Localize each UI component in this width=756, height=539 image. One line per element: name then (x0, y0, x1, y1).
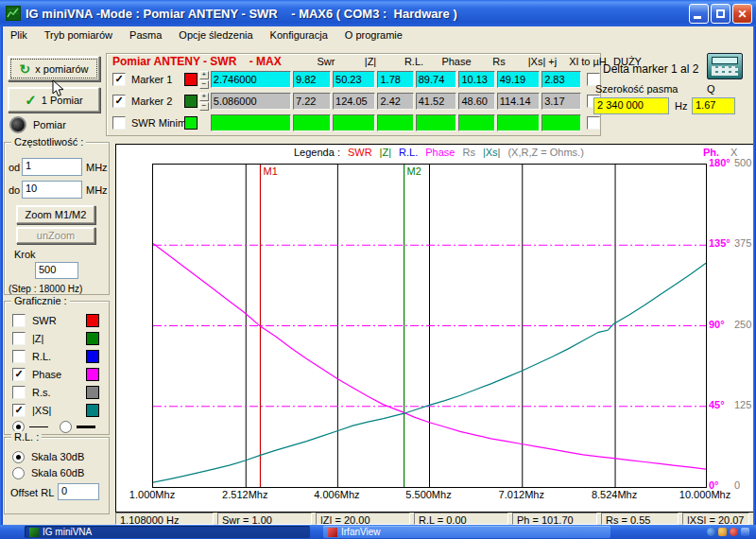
taskbar-button-irfanview[interactable]: IrfanView (323, 526, 610, 538)
single-measure-button[interactable]: ✓ 1 Pomiar (8, 87, 100, 113)
graphics-checkbox-swr[interactable] (12, 314, 26, 327)
x-tick-label: 4.006Mhz (307, 489, 366, 500)
graphics-checkbox-xs[interactable]: ✓ (12, 404, 26, 417)
marker-frequency-field[interactable] (211, 114, 291, 131)
calculator-icon[interactable] (707, 53, 743, 79)
big-display-checkbox[interactable] (587, 116, 600, 130)
x-tick-label: 8.524Mhz (585, 489, 644, 500)
marker-checkbox[interactable]: ✓ (112, 95, 126, 108)
app-window: IG miniVNA -Mode : Pomiar ANTENY - SWR -… (0, 0, 756, 539)
graphics-row-r-s: R.s. (12, 385, 101, 400)
system-tray (703, 526, 753, 538)
step-input[interactable]: 500 (35, 262, 78, 279)
column-header-r-l: R.L. (395, 56, 433, 67)
freq-from-input[interactable]: 1 (22, 158, 82, 176)
menu-pasma[interactable]: Pasma (129, 29, 162, 41)
tray-icon-red[interactable] (730, 528, 738, 536)
status-segment: Swr = 1.00 (217, 513, 312, 525)
legend-item-r-l: R.L. (399, 147, 418, 158)
marker-label: Marker 2 (131, 96, 184, 107)
rl-panel-title: R.L. : (11, 431, 42, 443)
marker-row-swr-minimu: SWR Minimu+− (107, 114, 600, 131)
marker-row-marker-2: ✓Marker 2+−5.0860007.22124.052.4241.5248… (107, 93, 600, 110)
legend-note: (X,R,Z = Ohms.) (507, 147, 583, 158)
marker-value-cell: 2.42 (377, 93, 413, 110)
close-button[interactable]: ✕ (732, 4, 752, 24)
marker-frequency-field[interactable]: 2.746000 (211, 71, 291, 88)
legend-item-rs: Rs (462, 147, 474, 158)
tray-icon-volume[interactable] (741, 528, 749, 536)
status-segment: Ph = 101.70 (512, 513, 597, 525)
scale-30db-radio[interactable] (12, 451, 25, 463)
marker-checkbox[interactable] (112, 116, 126, 130)
marker-value-cell: 2.83 (541, 71, 581, 88)
marker-column-headers: Swr|Z|R.L.PhaseRs|Xs| +jXl to µHDUŻY (304, 56, 644, 67)
unzoom-button[interactable]: unZoom (16, 227, 95, 244)
scale-60db-radio[interactable] (12, 467, 25, 479)
marker-value-cell: 49.19 (497, 71, 540, 88)
graphics-checkbox-r-l[interactable] (12, 350, 26, 363)
taskbar-button-ig-minivna[interactable]: IG miniVNA (25, 526, 310, 538)
marker-value-cell (458, 114, 494, 131)
marker-row-marker-1: ✓Marker 1+−2.7460009.8250.231.7889.7410.… (107, 71, 600, 88)
marker-value-cell: 50.23 (333, 71, 375, 88)
graphics-row-xs: ✓|XS| (12, 403, 101, 418)
x-tick-label: 1.000Mhz (123, 489, 181, 500)
marker-value-cell: 48.60 (458, 93, 494, 110)
taskbar-button-icon (29, 528, 39, 537)
graphics-checkbox-phase[interactable]: ✓ (12, 368, 26, 381)
x-tick-label: 7.012Mhz (492, 489, 551, 500)
menu-opcje-śledzenia[interactable]: Opcje śledzenia (179, 29, 252, 41)
marker-label: SWR Minimu (131, 117, 184, 129)
marker-color-swatch (184, 95, 198, 108)
thick-line-radio[interactable] (60, 421, 72, 433)
menu-o-programie[interactable]: O programie (345, 29, 403, 41)
status-segment: Rs = 0.55 (601, 513, 679, 525)
marker-spinner[interactable]: +− (199, 93, 209, 111)
graphics-color-swatch (86, 332, 99, 345)
graphics-checkbox-z[interactable] (12, 332, 26, 345)
marker-frequency-field[interactable]: 5.086000 (211, 93, 291, 110)
spinner-down-button[interactable]: − (199, 102, 209, 111)
bandwidth-value: 2 340 000 (593, 97, 669, 114)
marker-value-cell: 9.82 (293, 71, 331, 88)
menu-konfiguracja[interactable]: Konfiguracja (270, 29, 328, 41)
legend-item-z: |Z| (380, 147, 391, 158)
graphics-checkbox-r-s[interactable] (12, 386, 26, 399)
phase-tick-label: 135° (709, 237, 734, 249)
x-tick-label: 5.500Mhz (400, 489, 458, 500)
menu-tryb-pomiarów[interactable]: Tryb pomiarów (44, 29, 112, 41)
q-label: Q (707, 83, 715, 95)
marker-spinner[interactable]: +− (199, 71, 209, 89)
freq-to-label: do (9, 184, 20, 196)
freq-to-input[interactable]: 10 (22, 181, 82, 199)
spinner-down-button[interactable]: − (199, 80, 209, 89)
marker-checkbox[interactable]: ✓ (112, 73, 126, 86)
phase-tick-label: 180° (709, 157, 734, 168)
zoom-m1-m2-button[interactable]: Zoom M1/M2 (16, 205, 95, 224)
spinner-up-button[interactable]: + (199, 93, 209, 101)
maximize-button[interactable] (711, 4, 730, 24)
menu-plik[interactable]: Plik (10, 29, 27, 41)
chart-svg: M1M2 (153, 165, 706, 487)
marker-line-label-m1: M1 (263, 165, 277, 177)
marker-value-cell: 7.22 (293, 93, 331, 110)
marker-value-cell (377, 114, 413, 131)
marker-color-swatch (184, 73, 198, 86)
marker-value-cell (293, 114, 331, 131)
tray-icon-orange[interactable] (718, 528, 727, 536)
marker-value-cell: 114.14 (497, 93, 540, 110)
tray-icon-blue[interactable] (707, 528, 715, 536)
frequency-panel: Częstotliwość : od 1 MHz do 10 MHz Zoom … (4, 142, 110, 295)
multi-measure-button[interactable]: ↻ x pomiarów (8, 56, 100, 81)
taskbar-button-icon (328, 528, 337, 537)
graphics-row-swr: SWR (12, 313, 101, 328)
x-tick-label: 2.512Mhz (215, 489, 274, 500)
chart-plot-area[interactable]: M1M2 (152, 164, 707, 488)
legend-item-phase: Phase (425, 147, 455, 158)
spinner-up-button[interactable]: + (199, 71, 209, 79)
chart-panel: Legenda : SWR|Z|R.L.PhaseRs|Xs| (X,R,Z =… (115, 144, 754, 513)
graphics-panel-title: Graficznie : (11, 295, 70, 306)
offset-rl-input[interactable]: 0 (58, 483, 99, 500)
minimize-button[interactable] (689, 4, 709, 24)
